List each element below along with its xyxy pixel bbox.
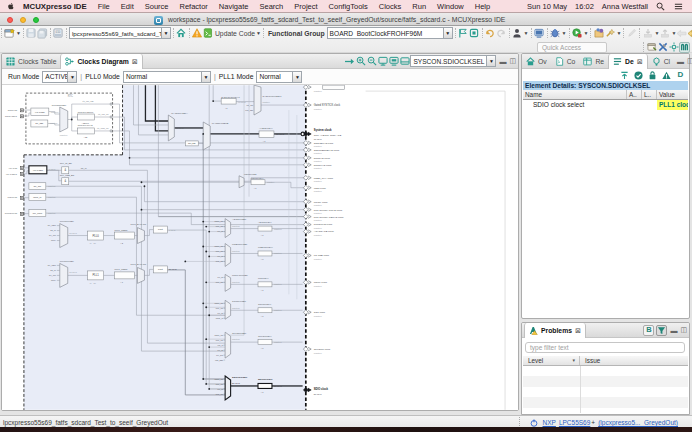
- chevron-down-icon[interactable]: ▼: [16, 30, 21, 36]
- close-icon[interactable]: ⊠: [132, 58, 138, 66]
- save-all-icon[interactable]: [37, 28, 48, 39]
- chevron-down-icon[interactable]: ▼: [292, 72, 301, 82]
- zoom-original-icon[interactable]: [388, 56, 399, 67]
- minimize-window-button[interactable]: [20, 17, 26, 23]
- run-mode-combo[interactable]: ACTIVE▼: [42, 71, 77, 83]
- menu-item-configtools[interactable]: ConfigTools: [329, 2, 368, 11]
- zoom-in-icon[interactable]: [355, 56, 366, 67]
- go-to-element-icon[interactable]: [344, 56, 355, 67]
- flag-icon[interactable]: [458, 28, 469, 39]
- undo-icon[interactable]: [485, 28, 496, 39]
- minimize-pane-icon[interactable]: ▬: [677, 58, 684, 65]
- zoom-out-icon[interactable]: [366, 56, 377, 67]
- problems-b-button[interactable]: B: [643, 325, 654, 336]
- maximize-pane-icon[interactable]: ◫: [680, 326, 687, 334]
- pll1-mode-combo[interactable]: Normal▼: [256, 71, 302, 83]
- collapse-all-icon[interactable]: [619, 70, 630, 81]
- config-warning-icon[interactable]: [192, 28, 203, 39]
- close-icon[interactable]: ⊠: [637, 58, 643, 66]
- functional-group-combo[interactable]: BOARD_BootClockFROHF96M▼: [327, 27, 453, 39]
- menu-item-window[interactable]: Window: [437, 2, 464, 11]
- pll0-mode-combo[interactable]: Normal▼: [123, 71, 211, 83]
- menu-item-help[interactable]: Help: [475, 2, 490, 11]
- menu-user[interactable]: Anna Westfall: [602, 2, 648, 11]
- detail-value-cell[interactable]: PLL1 cloc: [657, 100, 688, 110]
- maximize-pane-icon[interactable]: ◫: [509, 57, 516, 65]
- nxp-link[interactable]: NXP: [543, 419, 556, 426]
- back-disabled-icon[interactable]: [676, 28, 687, 39]
- menu-item-file[interactable]: File: [98, 2, 110, 11]
- filter-funnel-icon[interactable]: [656, 325, 667, 336]
- details-mode-letter[interactable]: D: [675, 70, 686, 81]
- binary-view-icon[interactable]: 010: [53, 28, 64, 39]
- column-value[interactable]: Value: [657, 90, 688, 99]
- close-icon[interactable]: ⊠: [575, 327, 581, 335]
- close-window-button[interactable]: [7, 17, 13, 23]
- menu-date[interactable]: Sun 10 May: [527, 2, 567, 11]
- problems-filter-input[interactable]: type filter text: [525, 342, 685, 353]
- tab-clocks-table[interactable]: Clocks Table: [2, 54, 60, 68]
- column-a[interactable]: A..: [627, 90, 642, 99]
- chevron-down-icon[interactable]: ▼: [161, 28, 170, 38]
- chevron-down-icon[interactable]: ▼: [562, 30, 567, 36]
- debug-icon[interactable]: [550, 28, 561, 39]
- menu-item-refactor[interactable]: Refactor: [180, 2, 208, 11]
- menu-item-run[interactable]: Run: [412, 2, 426, 11]
- devtools-perspective-icon[interactable]: [657, 42, 668, 53]
- import-disabled-icon[interactable]: [642, 28, 653, 39]
- export-disabled-icon[interactable]: [659, 28, 670, 39]
- console-icon[interactable]: [534, 28, 545, 39]
- quick-access-input[interactable]: Quick Access: [537, 42, 607, 53]
- zoom-fit-icon[interactable]: [377, 56, 388, 67]
- clocks-diagram-canvas[interactable]: XTAL32Kfro_32kXTAL32M&&fro_1mmclk_inplu_…: [2, 85, 518, 410]
- device-link[interactable]: LPC55S69: [559, 419, 590, 426]
- redo-icon[interactable]: [496, 28, 507, 39]
- develop-perspective-icon[interactable]: [679, 42, 690, 53]
- column-issue[interactable]: Issue: [580, 356, 688, 365]
- column-l[interactable]: L..: [642, 90, 657, 99]
- lock-icon[interactable]: [647, 70, 658, 81]
- update-code-icon[interactable]: [203, 28, 214, 39]
- menu-app-name[interactable]: MCUXpresso IDE: [23, 2, 87, 11]
- new-wizard-icon[interactable]: [4, 28, 15, 39]
- apple-menu-icon[interactable]: [7, 2, 15, 10]
- chevron-down-icon[interactable]: ▼: [486, 56, 495, 66]
- chevron-down-icon[interactable]: ▼: [201, 72, 210, 82]
- details-tab-re[interactable]: 1:1Re: [579, 54, 608, 68]
- home-icon[interactable]: [176, 28, 187, 39]
- user-icon[interactable]: [512, 28, 523, 39]
- details-tab-co[interactable]: Co: [551, 54, 580, 68]
- open-type-icon[interactable]: [593, 28, 604, 39]
- menu-item-edit[interactable]: Edit: [121, 2, 134, 11]
- chevron-down-icon[interactable]: ▼: [256, 30, 261, 36]
- menu-item-clocks[interactable]: Clocks: [379, 2, 402, 11]
- menu-item-search[interactable]: Search: [259, 2, 283, 11]
- edit-disabled-icon[interactable]: [626, 28, 637, 39]
- run-icon[interactable]: [572, 28, 583, 39]
- column-name[interactable]: Name: [523, 90, 627, 99]
- menu-item-navigate[interactable]: Navigate: [219, 2, 249, 11]
- collapse-diagram-icon[interactable]: [399, 56, 410, 67]
- notification-center-icon[interactable]: [674, 2, 683, 11]
- tab-problems[interactable]: Problems ⊠: [524, 323, 586, 338]
- menu-item-project[interactable]: Project: [294, 2, 317, 11]
- project-context-link[interactable]: (lpcxpresso5..._GreyedOut): [598, 419, 678, 426]
- menu-item-source[interactable]: Source: [145, 2, 169, 11]
- details-row-sdio[interactable]: SDIO clock select PLL1 cloc: [523, 100, 688, 110]
- zoom-window-button[interactable]: [33, 17, 39, 23]
- peripherals-icon[interactable]: [469, 28, 480, 39]
- details-tab-cl[interactable]: Cl: [648, 54, 674, 68]
- maximize-pane-icon[interactable]: ◫: [687, 57, 692, 65]
- save-icon[interactable]: [26, 28, 37, 39]
- validate-icon[interactable]: [633, 70, 644, 81]
- update-code-button[interactable]: Update Code: [215, 30, 255, 37]
- open-perspective-icon[interactable]: [646, 42, 657, 53]
- warning-filter-icon[interactable]: [661, 70, 672, 81]
- chevron-down-icon[interactable]: ▼: [584, 30, 589, 36]
- power-icon[interactable]: [530, 419, 538, 427]
- chevron-down-icon[interactable]: ▼: [67, 72, 76, 82]
- details-tab-ov[interactable]: Ov: [522, 54, 551, 68]
- ide-perspective-icon[interactable]: [668, 42, 679, 53]
- search-wand-icon[interactable]: [604, 28, 615, 39]
- spotlight-search-icon[interactable]: [656, 2, 665, 11]
